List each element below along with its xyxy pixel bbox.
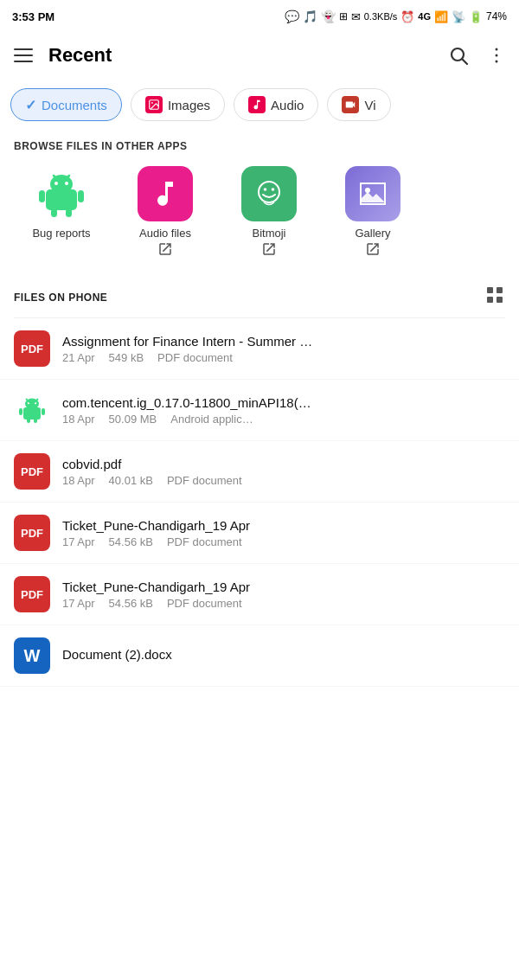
file-name: Ticket_Pune-Chandigarh_19 Apr xyxy=(62,580,505,594)
file-details: 18 Apr 50.09 MB Android applic… xyxy=(62,413,505,426)
svg-rect-21 xyxy=(487,287,493,293)
grid-icon: ⊞ xyxy=(339,10,348,22)
file-date: 17 Apr xyxy=(62,597,95,610)
gallery-open-icon xyxy=(365,241,381,260)
file-details: 21 Apr 549 kB PDF document xyxy=(62,351,505,364)
menu-button[interactable] xyxy=(12,47,35,64)
file-name: Assignment for Finance Intern - Summer … xyxy=(62,334,505,349)
filter-tabs: ✓ Documents Images Audio Vi xyxy=(0,80,519,130)
word-icon: W xyxy=(14,637,50,674)
app-item-bug-reports[interactable]: Bug reports xyxy=(14,166,109,260)
bug-reports-label: Bug reports xyxy=(32,227,90,240)
file-item[interactable]: W Document (2).docx xyxy=(0,625,519,687)
file-type: Android applic… xyxy=(170,413,253,426)
file-date: 18 Apr xyxy=(62,474,95,487)
file-type: PDF document xyxy=(167,535,242,548)
file-item[interactable]: PDF Ticket_Pune-Chandigarh_19 Apr 17 Apr… xyxy=(0,503,519,564)
file-item[interactable]: PDF Assignment for Finance Intern - Summ… xyxy=(0,318,519,380)
status-time: 3:53 PM xyxy=(12,10,54,23)
status-icons: 💬 🎵 👻 ⊞ ✉ 0.3KB/s ⏰ 4G 📶 📡 🔋 74% xyxy=(285,10,507,23)
video-tab-icon xyxy=(342,96,359,113)
svg-rect-16 xyxy=(66,208,72,217)
audio-files-icon-wrapper xyxy=(138,166,193,221)
gallery-icon-wrapper xyxy=(345,166,400,221)
bug-reports-icon xyxy=(34,166,89,221)
svg-point-19 xyxy=(272,188,275,191)
tab-video-label: Vi xyxy=(364,98,375,112)
pdf-icon: PDF xyxy=(14,515,50,551)
pdf-icon: PDF xyxy=(14,453,50,490)
audio-files-label: Audio files xyxy=(139,227,191,240)
tab-audio[interactable]: Audio xyxy=(234,88,318,121)
file-meta: Ticket_Pune-Chandigarh_19 Apr 17 Apr 54.… xyxy=(62,580,505,610)
file-name: cobvid.pdf xyxy=(62,457,505,471)
svg-rect-15 xyxy=(51,208,57,217)
svg-rect-22 xyxy=(497,287,503,293)
search-button[interactable] xyxy=(448,45,469,66)
app-grid: Bug reports Audio files xyxy=(0,159,519,274)
gallery-label: Gallery xyxy=(355,227,390,240)
tab-audio-label: Audio xyxy=(271,98,304,112)
file-size: 549 kB xyxy=(109,351,144,364)
file-size: 54.56 kB xyxy=(109,535,153,548)
tab-documents-label: Documents xyxy=(42,98,107,112)
file-name: Document (2).docx xyxy=(62,647,505,662)
file-type: PDF document xyxy=(167,597,242,610)
bitmoji-label: Bitmoji xyxy=(252,227,285,240)
tiktok-icon: 🎵 xyxy=(303,10,317,23)
file-type: PDF document xyxy=(157,351,233,364)
svg-rect-33 xyxy=(27,418,30,423)
svg-point-6 xyxy=(151,102,153,104)
bitmoji-open-icon xyxy=(261,241,277,260)
bitmoji-icon-wrapper xyxy=(241,166,297,221)
file-item[interactable]: PDF Ticket_Pune-Chandigarh_19 Apr 17 Apr… xyxy=(0,564,519,625)
wifi-icon: 📡 xyxy=(452,10,465,23)
svg-rect-32 xyxy=(42,408,45,415)
file-details: 17 Apr 54.56 kB PDF document xyxy=(62,597,505,610)
svg-point-9 xyxy=(54,182,58,185)
file-item[interactable]: PDF cobvid.pdf 18 Apr 40.01 kB PDF docum… xyxy=(0,441,519,503)
app-item-bitmoji[interactable]: Bitmoji xyxy=(221,166,317,260)
file-size: 50.09 MB xyxy=(109,413,157,426)
file-size: 40.01 kB xyxy=(109,474,153,487)
file-meta: Ticket_Pune-Chandigarh_19 Apr 17 Apr 54.… xyxy=(62,518,505,548)
android-icon xyxy=(14,392,50,428)
audio-tab-icon xyxy=(248,96,266,113)
file-name: Ticket_Pune-Chandigarh_19 Apr xyxy=(62,518,505,533)
audio-files-open-icon xyxy=(157,241,173,260)
file-details: 18 Apr 40.01 kB PDF document xyxy=(62,474,505,487)
file-details: 17 Apr 54.56 kB PDF document xyxy=(62,535,505,548)
app-item-gallery[interactable]: Gallery xyxy=(325,166,420,260)
svg-point-2 xyxy=(496,48,498,51)
tab-images[interactable]: Images xyxy=(131,88,225,121)
svg-point-17 xyxy=(259,182,279,202)
grid-toggle-button[interactable] xyxy=(484,285,505,311)
alarm-icon: ⏰ xyxy=(400,10,414,23)
file-item[interactable]: com.tencent.ig_0.17.0-11800_minAPI18(… 1… xyxy=(0,380,519,441)
svg-point-3 xyxy=(496,54,498,57)
tab-documents[interactable]: ✓ Documents xyxy=(10,88,122,121)
audio-files-icon xyxy=(138,166,193,221)
check-icon: ✓ xyxy=(25,97,36,113)
gmail-icon: ✉ xyxy=(351,10,361,23)
svg-rect-14 xyxy=(78,190,84,202)
tab-images-label: Images xyxy=(168,98,210,112)
file-date: 21 Apr xyxy=(62,351,95,364)
network-speed: 0.3KB/s xyxy=(364,11,398,22)
more-options-button[interactable] xyxy=(486,45,507,66)
svg-point-8 xyxy=(50,175,73,194)
svg-rect-31 xyxy=(19,408,22,415)
file-size: 54.56 kB xyxy=(109,597,153,610)
whatsapp-icon: 💬 xyxy=(285,10,299,23)
app-item-audio-files[interactable]: Audio files xyxy=(118,166,213,260)
file-type: PDF document xyxy=(167,474,242,487)
svg-point-4 xyxy=(496,61,498,63)
file-meta: com.tencent.ig_0.17.0-11800_minAPI18(… 1… xyxy=(62,395,505,426)
battery-percent: 74% xyxy=(486,10,507,22)
file-meta: Assignment for Finance Intern - Summer …… xyxy=(62,334,505,364)
snapchat-icon: 👻 xyxy=(321,10,336,23)
pdf-icon: PDF xyxy=(14,576,50,612)
tab-video[interactable]: Vi xyxy=(327,88,390,121)
svg-rect-24 xyxy=(497,297,503,303)
bug-reports-icon-wrapper xyxy=(34,166,89,221)
